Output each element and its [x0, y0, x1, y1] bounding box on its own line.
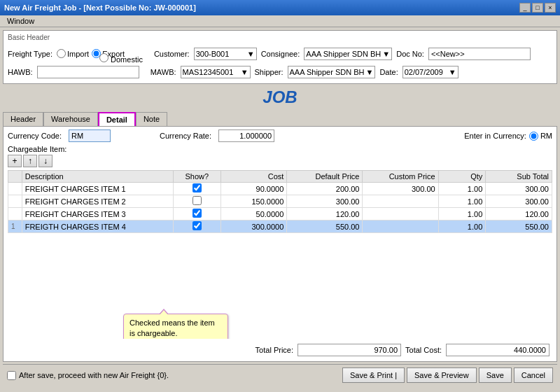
save-preview-button[interactable]: Save & Preview — [407, 368, 477, 383]
chargeable-items-table: Description Show? Cost Default Price Cus… — [8, 170, 552, 233]
docno-input[interactable] — [428, 48, 531, 60]
table-row[interactable]: FREIGHT CHARGES ITEM 3 50.0000 120.00 1.… — [8, 208, 552, 220]
total-cost-value[interactable] — [446, 344, 550, 356]
title-bar: New Air Freight Job - [Next Possible No:… — [0, 0, 560, 15]
date-picker[interactable]: 02/07/2009 ▼ — [402, 66, 458, 78]
enter-currency-radio[interactable] — [529, 132, 538, 141]
tab-header[interactable]: Header — [3, 112, 43, 126]
row-desc-cell: FREIGHT CHARGES ITEM 3 — [22, 208, 173, 220]
enter-currency-radio-label[interactable]: RM — [529, 132, 552, 141]
currency-row: Currency Code: Currency Rate: Enter in C… — [8, 130, 552, 142]
tab-note[interactable]: Note — [136, 112, 167, 126]
col-num — [8, 171, 22, 183]
add-item-button[interactable]: + — [8, 155, 22, 167]
customer-dropdown-arrow[interactable]: ▼ — [247, 50, 255, 58]
row-default-price-cell: 550.00 — [287, 220, 363, 233]
shipper-label: Shipper: — [255, 68, 284, 76]
after-save-checkbox[interactable] — [7, 371, 16, 380]
date-dropdown-arrow[interactable]: ▼ — [449, 68, 456, 76]
tooltip-bubble: Checked means the item is chargeable. — [123, 314, 228, 339]
freight-type-row: Freight Type: Import Export Domestic Cus… — [8, 43, 552, 64]
mawb-label: MAWB: — [150, 68, 176, 76]
total-row: Total Price: Total Cost: — [8, 342, 552, 358]
import-radio[interactable] — [57, 49, 66, 58]
import-radio-label[interactable]: Import — [57, 49, 89, 58]
customer-dropdown[interactable]: 300-B001 ▼ — [194, 48, 257, 60]
tab-bar: Header Warehouse Detail Note — [3, 112, 557, 126]
row-show-cell[interactable] — [174, 183, 221, 195]
customer-label: Customer: — [154, 50, 190, 58]
docno-label: Doc No: — [396, 50, 424, 58]
row-desc-cell: FREIGHT CHARGES ITEM 2 — [22, 195, 173, 208]
tab-detail[interactable]: Detail — [98, 112, 136, 126]
table-row[interactable]: FREIGHT CHARGES ITEM 1 90.0000 200.00 30… — [8, 183, 552, 195]
currency-code-input[interactable] — [69, 130, 111, 142]
domestic-radio[interactable] — [99, 53, 108, 62]
domestic-radio-label[interactable]: Domestic — [99, 53, 143, 64]
col-show: Show? — [174, 171, 221, 183]
currency-rate-label: Currency Rate: — [160, 132, 211, 140]
tab-detail-content: Currency Code: Currency Rate: Enter in C… — [3, 126, 557, 362]
hawb-label: HAWB: — [8, 68, 33, 76]
consignee-label: Consignee: — [261, 50, 300, 58]
col-description: Description — [22, 171, 173, 183]
move-up-button[interactable]: ↑ — [23, 155, 37, 167]
row-num-cell — [8, 208, 22, 220]
save-print-button[interactable]: Save & Print | — [342, 368, 405, 383]
show-checkbox[interactable] — [192, 183, 202, 192]
row-desc-cell: FREIGHT CHARGES ITEM 1 — [22, 183, 173, 195]
row-cost-cell: 150.0000 — [220, 195, 287, 208]
show-checkbox[interactable] — [192, 221, 202, 230]
total-price-label: Total Price: — [255, 346, 293, 354]
minimize-button[interactable]: _ — [519, 3, 531, 13]
window-title: New Air Freight Job - [Next Possible No:… — [4, 4, 196, 12]
mawb-dropdown-arrow[interactable]: ▼ — [241, 68, 248, 76]
chargeable-item-label: Chargeable Item: — [8, 145, 552, 153]
move-down-button[interactable]: ↓ — [38, 155, 52, 167]
consignee-dropdown-arrow[interactable]: ▼ — [382, 50, 390, 58]
currency-rate-input[interactable] — [218, 130, 274, 142]
tab-warehouse[interactable]: Warehouse — [43, 112, 98, 126]
menu-window[interactable]: Window — [3, 15, 38, 27]
total-price-value[interactable] — [298, 344, 401, 356]
row-cost-cell: 90.0000 — [220, 183, 287, 195]
table-row[interactable]: FREIGHT CHARGES ITEM 2 150.0000 300.00 1… — [8, 195, 552, 208]
tab-area: Header Warehouse Detail Note Currency Co… — [3, 111, 557, 362]
hawb-input[interactable] — [37, 66, 139, 78]
hawb-row: HAWB: MAWB: MAS12345001 ▼ Shipper: AAA S… — [8, 66, 552, 78]
after-save-label: After save, proceed with new Air Freight… — [19, 371, 169, 379]
mawb-dropdown[interactable]: MAS12345001 ▼ — [181, 66, 251, 78]
toolbar-buttons: + ↑ ↓ — [8, 155, 552, 167]
row-qty-cell: 1.00 — [438, 220, 486, 233]
total-cost-label: Total Cost: — [405, 346, 442, 354]
freight-type-label: Freight Type: — [8, 50, 52, 58]
bottom-buttons: Save & Print | Save & Preview Save Cance… — [342, 368, 553, 383]
table-row[interactable]: 1 FREIGTH CHARGES ITEM 4 300.0000 550.00… — [8, 220, 552, 233]
basic-header-label: Basic Header — [8, 34, 552, 41]
row-default-price-cell: 200.00 — [287, 183, 363, 195]
row-num-cell — [8, 195, 22, 208]
shipper-dropdown-arrow[interactable]: ▼ — [366, 68, 374, 76]
save-button[interactable]: Save — [479, 368, 512, 383]
col-custom-price: Custom Price — [363, 171, 438, 183]
enter-currency-label: Enter in Currency: — [464, 132, 526, 140]
row-show-cell[interactable] — [174, 208, 221, 220]
cancel-button[interactable]: Cancel — [514, 368, 553, 383]
bottom-left-area: After save, proceed with new Air Freight… — [7, 371, 169, 380]
row-desc-cell: FREIGTH CHARGES ITEM 4 — [22, 220, 173, 233]
row-qty-cell: 1.00 — [438, 183, 486, 195]
show-checkbox[interactable] — [192, 196, 202, 205]
row-qty-cell: 1.00 — [438, 208, 486, 220]
consignee-dropdown[interactable]: AAA Shipper SDN BH ▼ — [304, 48, 392, 60]
maximize-button[interactable]: □ — [532, 3, 543, 13]
table-container: Description Show? Cost Default Price Cus… — [8, 170, 552, 339]
row-show-cell[interactable] — [174, 220, 221, 233]
row-default-price-cell: 120.00 — [287, 208, 363, 220]
shipper-dropdown[interactable]: AAA Shipper SDN BH ▼ — [288, 66, 376, 78]
row-subtotal-cell: 120.00 — [486, 208, 552, 220]
close-button[interactable]: × — [545, 3, 556, 13]
show-checkbox[interactable] — [192, 209, 202, 218]
row-subtotal-cell: 550.00 — [486, 220, 552, 233]
row-show-cell[interactable] — [174, 195, 221, 208]
col-qty: Qty — [438, 171, 486, 183]
